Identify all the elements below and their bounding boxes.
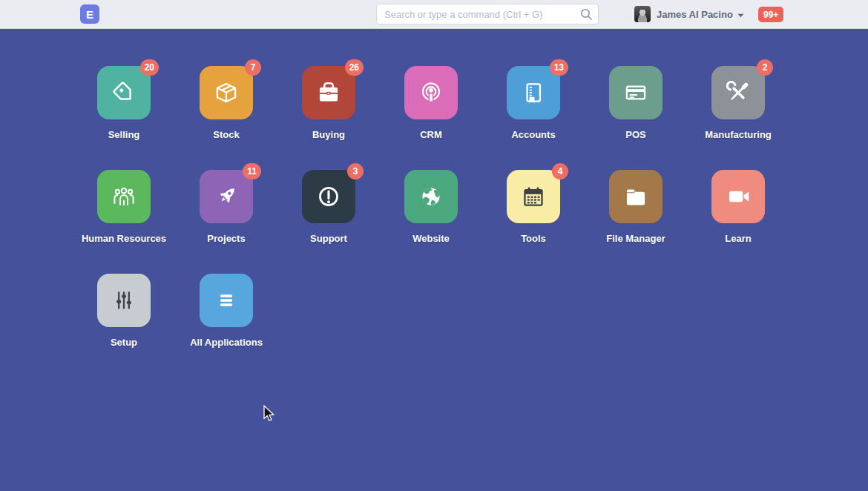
module-count-badge: 4: [552, 163, 568, 179]
module-tile: [609, 66, 662, 119]
video-camera-icon: [723, 181, 754, 212]
module-label: Website: [412, 233, 450, 244]
module-label: Learn: [725, 233, 751, 244]
broadcast-icon: [415, 77, 447, 108]
module-pos[interactable]: POS: [585, 66, 687, 170]
box-icon: [211, 77, 242, 108]
module-tile: 3: [302, 170, 355, 223]
search-icon: [579, 7, 593, 24]
module-label: Tools: [521, 233, 546, 244]
module-tile: [404, 66, 458, 119]
module-count-badge: 3: [347, 163, 364, 179]
user-name: James Al Pacino: [657, 9, 733, 20]
module-tile: [200, 274, 253, 327]
chevron-down-icon: [737, 7, 744, 21]
module-label: Accounts: [511, 129, 555, 140]
ledger-icon: [518, 77, 549, 108]
sliders-icon: [108, 285, 139, 316]
module-human-resources[interactable]: Human Resources: [73, 170, 175, 274]
module-count-badge: 26: [345, 59, 364, 76]
module-stock[interactable]: 7Stock: [175, 66, 277, 170]
module-label: Support: [310, 233, 347, 244]
globe-icon: [415, 181, 447, 212]
module-label: All Applications: [190, 337, 263, 348]
people-icon: [108, 181, 139, 212]
module-count-badge: 13: [550, 59, 568, 76]
alert-circle-icon: [313, 181, 344, 212]
module-tile: 20: [97, 66, 151, 119]
notifications-badge[interactable]: 99+: [758, 7, 783, 22]
module-tile: [97, 170, 151, 223]
top-navbar: E James Al Pacino 99+: [0, 0, 868, 29]
menu-icon: [211, 285, 242, 316]
module-tile: 4: [507, 170, 560, 223]
module-accounts[interactable]: 13Accounts: [482, 66, 585, 170]
module-buying[interactable]: 26Buying: [277, 66, 380, 170]
module-count-badge: 2: [757, 59, 773, 76]
global-search: [376, 4, 599, 24]
module-label: Selling: [108, 129, 140, 140]
module-tile: [97, 274, 151, 327]
calendar-icon: [518, 181, 549, 212]
module-projects[interactable]: 11Projects: [175, 170, 277, 274]
module-tile: 2: [711, 66, 765, 119]
module-count-badge: 20: [140, 59, 159, 76]
module-grid: 20Selling7Stock26BuyingCRM13AccountsPOS2…: [73, 66, 789, 378]
module-tile: [609, 170, 662, 223]
wrench-screwdriver-icon: [723, 77, 754, 108]
user-menu[interactable]: James Al Pacino: [634, 0, 744, 28]
module-label: Buying: [312, 129, 345, 140]
folder-icon: [620, 181, 651, 212]
module-tile: [711, 170, 765, 223]
module-website[interactable]: Website: [380, 170, 482, 274]
module-count-badge: 7: [245, 59, 261, 76]
module-tile: 11: [200, 170, 253, 223]
module-tile: [404, 170, 458, 223]
tag-icon: [108, 77, 139, 108]
module-file-manager[interactable]: File Manager: [585, 170, 687, 274]
search-input[interactable]: [376, 4, 599, 24]
module-label: Projects: [207, 233, 245, 244]
module-crm[interactable]: CRM: [380, 66, 482, 170]
module-selling[interactable]: 20Selling: [73, 66, 175, 170]
module-tools[interactable]: 4Tools: [482, 170, 585, 274]
module-label: Setup: [111, 337, 137, 348]
module-setup[interactable]: Setup: [73, 274, 175, 378]
module-label: File Manager: [606, 233, 665, 244]
module-count-badge: 11: [243, 163, 261, 179]
module-label: Human Resources: [82, 233, 166, 244]
module-all-applications[interactable]: All Applications: [175, 274, 277, 378]
module-tile: 13: [507, 66, 560, 119]
user-avatar: [634, 6, 651, 22]
module-label: POS: [625, 129, 645, 140]
rocket-icon: [211, 181, 242, 212]
module-tile: 26: [302, 66, 355, 119]
briefcase-icon: [313, 77, 344, 108]
module-learn[interactable]: Learn: [687, 170, 789, 274]
app-logo[interactable]: E: [80, 4, 99, 24]
module-manufacturing[interactable]: 2Manufacturing: [687, 66, 789, 170]
module-label: Stock: [213, 129, 239, 140]
module-tile: 7: [200, 66, 253, 119]
module-label: Manufacturing: [705, 129, 772, 140]
mouse-cursor: [263, 405, 275, 426]
module-label: CRM: [420, 129, 442, 140]
credit-card-icon: [620, 77, 651, 108]
module-support[interactable]: 3Support: [277, 170, 380, 274]
